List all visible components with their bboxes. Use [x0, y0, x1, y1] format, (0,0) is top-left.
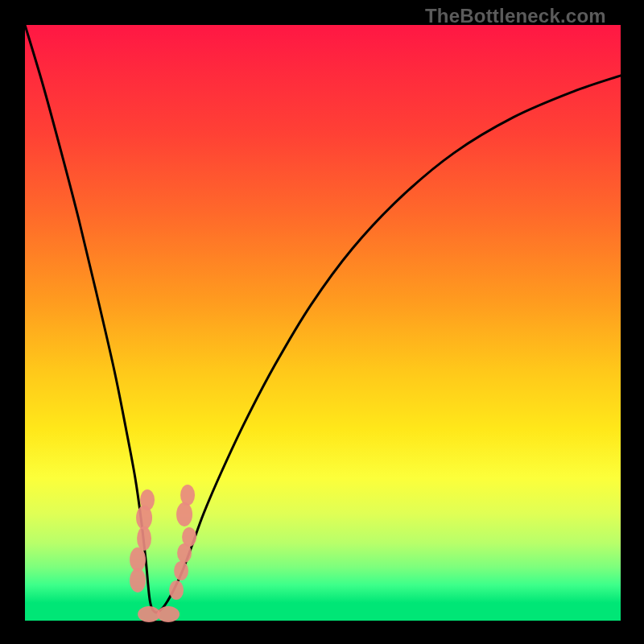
data-marker	[138, 606, 160, 622]
bottleneck-curve	[25, 25, 621, 613]
watermark-text: TheBottleneck.com	[425, 5, 606, 27]
data-marker	[130, 568, 146, 592]
plot-area	[25, 25, 621, 621]
data-marker	[174, 561, 188, 580]
data-marker	[180, 485, 195, 506]
data-marker	[157, 606, 180, 622]
chart-frame: TheBottleneck.com	[0, 0, 644, 644]
data-marker	[176, 502, 192, 526]
data-marker	[169, 580, 184, 600]
data-marker	[136, 506, 152, 530]
data-marker	[130, 547, 146, 572]
data-marker	[182, 527, 196, 547]
chart-svg	[25, 25, 621, 621]
data-marker	[137, 526, 151, 551]
